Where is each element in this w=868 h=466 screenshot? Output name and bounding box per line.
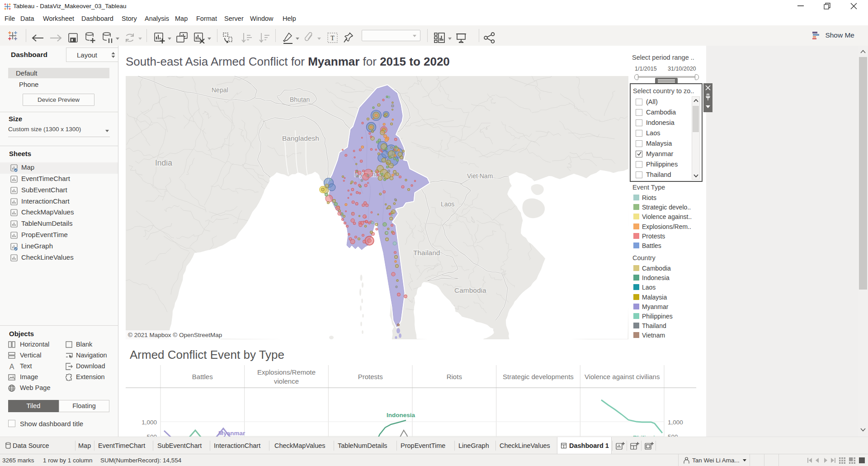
- svg-text:violence: violence: [274, 377, 299, 385]
- svg-text:Strategic developments: Strategic developments: [503, 373, 574, 380]
- svg-text:© 2021 Mapbox © OpenStreetMap: © 2021 Mapbox © OpenStreetMap: [128, 332, 222, 338]
- svg-text:Violence against civilians: Violence against civilians: [585, 373, 660, 380]
- svg-text:A: A: [9, 363, 14, 370]
- svg-text:Viet Nam: Viet Nam: [467, 172, 493, 180]
- svg-text:1,000: 1,000: [142, 419, 157, 426]
- svg-text:Explosions/Remote: Explosions/Remote: [257, 368, 316, 376]
- svg-text:Riots: Riots: [447, 373, 462, 380]
- svg-text:Cambodia: Cambodia: [454, 286, 486, 294]
- svg-text:Laos: Laos: [441, 200, 454, 208]
- svg-text:Nepal: Nepal: [212, 86, 228, 94]
- svg-text:Battles: Battles: [192, 373, 213, 380]
- svg-text:T: T: [330, 35, 335, 42]
- svg-text:Bangladesh: Bangladesh: [282, 134, 319, 142]
- svg-text:Thailand: Thailand: [413, 249, 440, 257]
- svg-text:500: 500: [668, 433, 678, 437]
- svg-text:Myanmar: Myanmar: [218, 430, 245, 437]
- svg-text:Bhutan: Bhutan: [290, 96, 310, 103]
- svg-text:1,000: 1,000: [668, 419, 683, 426]
- svg-text:500: 500: [146, 433, 157, 437]
- svg-text:India: India: [155, 158, 172, 167]
- svg-text:Protests: Protests: [358, 373, 383, 380]
- svg-text:Indonesia: Indonesia: [387, 412, 415, 418]
